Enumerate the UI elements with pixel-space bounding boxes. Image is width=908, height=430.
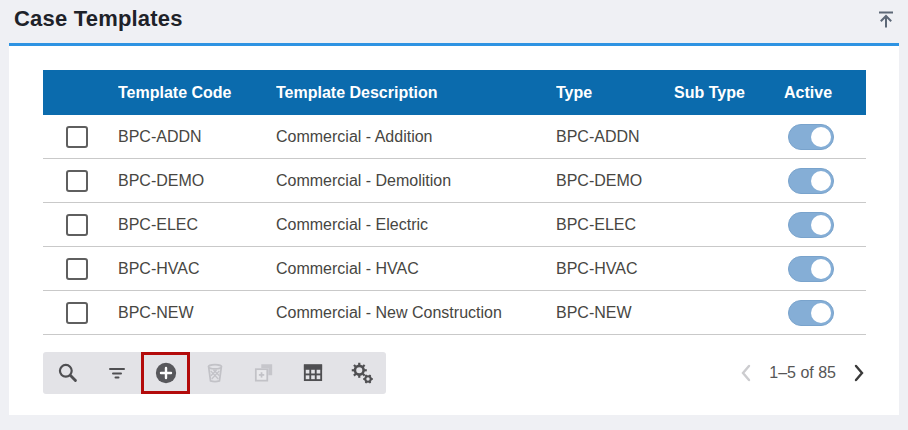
template-code-cell: BPC-DEMO	[118, 172, 276, 190]
table-row: BPC-ADDN Commercial - Addition BPC-ADDN	[43, 115, 866, 159]
search-icon	[56, 361, 80, 385]
toggle-knob	[811, 303, 831, 323]
row-checkbox[interactable]	[66, 258, 88, 280]
active-toggle[interactable]	[788, 124, 834, 150]
template-description-cell: Commercial - Addition	[276, 128, 556, 146]
delete-icon	[203, 361, 227, 385]
row-checkbox[interactable]	[66, 126, 88, 148]
next-page-button[interactable]	[852, 364, 866, 382]
search-button[interactable]	[43, 352, 92, 394]
template-description-cell: Commercial - New Construction	[276, 304, 556, 322]
scroll-to-top-icon[interactable]	[874, 8, 898, 32]
pagination: 1–5 of 85	[739, 352, 866, 394]
table-row: BPC-DEMO Commercial - Demolition BPC-DEM…	[43, 159, 866, 203]
type-cell: BPC-ELEC	[556, 216, 674, 234]
filter-icon	[106, 362, 128, 384]
toggle-knob	[811, 171, 831, 191]
template-code-cell: BPC-HVAC	[118, 260, 276, 278]
table-view-button[interactable]	[288, 352, 337, 394]
toggle-knob	[811, 259, 831, 279]
table-toolbar	[43, 352, 386, 394]
previous-page-button	[739, 364, 753, 382]
template-description-cell: Commercial - Demolition	[276, 172, 556, 190]
copy-icon	[252, 361, 276, 385]
case-templates-page: { "title": "Case Templates", "colors": {…	[0, 0, 908, 430]
active-toggle[interactable]	[788, 256, 834, 282]
active-toggle[interactable]	[788, 300, 834, 326]
row-checkbox[interactable]	[66, 214, 88, 236]
case-templates-table: Template Code Template Description Type …	[43, 70, 866, 335]
page-title: Case Templates	[14, 6, 183, 32]
add-icon	[154, 361, 178, 385]
chevron-left-icon	[739, 364, 753, 382]
case-templates-panel: Template Code Template Description Type …	[9, 43, 899, 415]
column-header-type: Type	[556, 84, 674, 102]
template-code-cell: BPC-ELEC	[118, 216, 276, 234]
template-code-cell: BPC-ADDN	[118, 128, 276, 146]
page-range-label: 1–5 of 85	[769, 364, 836, 382]
type-cell: BPC-DEMO	[556, 172, 674, 190]
template-code-cell: BPC-NEW	[118, 304, 276, 322]
column-header-active: Active	[784, 84, 866, 102]
table-header-row: Template Code Template Description Type …	[43, 70, 866, 115]
table-row: BPC-NEW Commercial - New Construction BP…	[43, 291, 866, 335]
toggle-knob	[811, 127, 831, 147]
row-checkbox[interactable]	[66, 170, 88, 192]
row-checkbox[interactable]	[66, 302, 88, 324]
template-description-cell: Commercial - Electric	[276, 216, 556, 234]
template-description-cell: Commercial - HVAC	[276, 260, 556, 278]
column-header-template-description: Template Description	[276, 84, 556, 102]
settings-gears-icon	[350, 361, 374, 385]
type-cell: BPC-ADDN	[556, 128, 674, 146]
settings-button[interactable]	[337, 352, 386, 394]
delete-button	[190, 352, 239, 394]
table-view-icon	[301, 361, 325, 385]
type-cell: BPC-HVAC	[556, 260, 674, 278]
type-cell: BPC-NEW	[556, 304, 674, 322]
active-toggle[interactable]	[788, 168, 834, 194]
column-header-sub-type: Sub Type	[674, 84, 784, 102]
table-row: BPC-HVAC Commercial - HVAC BPC-HVAC	[43, 247, 866, 291]
copy-button	[239, 352, 288, 394]
add-button[interactable]	[141, 352, 190, 394]
active-toggle[interactable]	[788, 212, 834, 238]
column-header-template-code: Template Code	[118, 84, 276, 102]
chevron-right-icon	[852, 364, 866, 382]
toggle-knob	[811, 215, 831, 235]
table-row: BPC-ELEC Commercial - Electric BPC-ELEC	[43, 203, 866, 247]
filter-button[interactable]	[92, 352, 141, 394]
